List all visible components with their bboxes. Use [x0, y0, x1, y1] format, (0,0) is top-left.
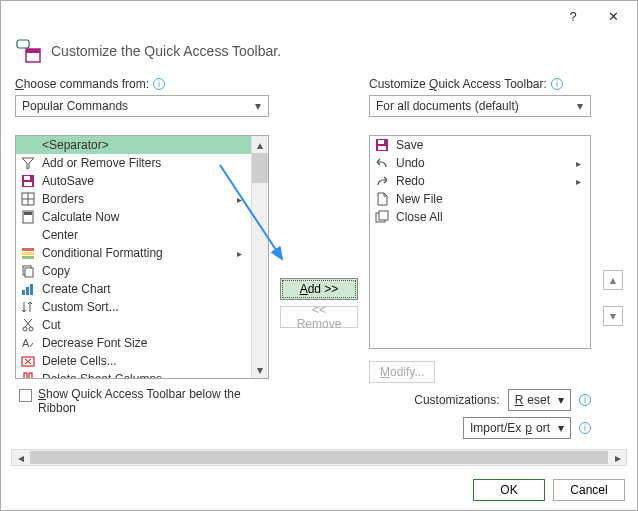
svg-rect-11 [22, 248, 34, 251]
list-item[interactable]: Calculate Now [16, 208, 251, 226]
list-item-label: Borders [42, 192, 231, 206]
list-item-label: New File [396, 192, 586, 206]
info-icon[interactable]: i [579, 422, 591, 434]
borders-icon [20, 191, 36, 207]
customize-qat-label: Customize Quick Access Toolbar: i [369, 77, 591, 91]
customize-qat-combo[interactable]: For all documents (default) ▾ [369, 95, 591, 117]
font-icon: A [20, 335, 36, 351]
cut-icon [20, 317, 36, 333]
svg-rect-23 [24, 373, 27, 378]
list-item-label: <Separator> [42, 138, 247, 152]
commands-listbox[interactable]: <Separator>Add or Remove FiltersAutoSave… [15, 135, 269, 379]
list-item[interactable]: Save [370, 136, 590, 154]
scrollbar-vertical[interactable]: ▴ ▾ [251, 136, 268, 378]
checkbox-box[interactable] [19, 389, 32, 402]
svg-rect-10 [24, 212, 32, 215]
svg-rect-12 [22, 252, 34, 255]
list-item[interactable]: <Separator> [16, 136, 251, 154]
list-item-label: Center [42, 228, 247, 242]
scrollbar-horizontal[interactable]: ◂ ▸ [11, 449, 627, 466]
choose-commands-combo[interactable]: Popular Commands ▾ [15, 95, 269, 117]
remove-button: << Remove [280, 306, 358, 328]
copy-icon [20, 263, 36, 279]
header-title: Customize the Quick Access Toolbar. [51, 43, 281, 59]
list-item[interactable]: Redo▸ [370, 172, 590, 190]
scroll-thumb[interactable] [30, 451, 608, 464]
svg-rect-5 [24, 182, 32, 186]
list-item[interactable]: ADecrease Font Size [16, 334, 251, 352]
svg-rect-0 [17, 40, 29, 48]
list-item[interactable]: Cut [16, 316, 251, 334]
save-icon [20, 173, 36, 189]
list-item-label: Calculate Now [42, 210, 247, 224]
scroll-thumb[interactable] [252, 153, 268, 183]
move-down-button[interactable]: ▾ [603, 306, 623, 326]
svg-rect-18 [30, 284, 33, 295]
svg-rect-26 [378, 140, 384, 144]
cancel-button[interactable]: Cancel [553, 479, 625, 501]
list-item[interactable]: Conditional Formatting▸ [16, 244, 251, 262]
list-item[interactable]: AutoSave [16, 172, 251, 190]
add-button[interactable]: Add >> [280, 278, 358, 300]
save-icon [374, 137, 390, 153]
svg-rect-27 [378, 146, 386, 150]
svg-rect-15 [25, 268, 33, 277]
list-item[interactable]: Borders▸ [16, 190, 251, 208]
close-button[interactable]: ✕ [593, 3, 633, 29]
list-item-label: Decrease Font Size [42, 336, 247, 350]
list-item-label: Conditional Formatting [42, 246, 231, 260]
info-icon[interactable]: i [579, 394, 591, 406]
scroll-left-icon[interactable]: ◂ [12, 450, 29, 465]
ok-button[interactable]: OK [473, 479, 545, 501]
list-item-label: Close All [396, 210, 586, 224]
help-button[interactable]: ? [553, 3, 593, 29]
dialog: ? ✕ Customize the Quick Access Toolbar. … [0, 0, 638, 511]
svg-point-20 [29, 327, 33, 331]
delcells-icon [20, 353, 36, 369]
chevron-down-icon: ▾ [572, 98, 588, 114]
svg-rect-29 [379, 211, 388, 220]
scroll-right-icon[interactable]: ▸ [609, 450, 626, 465]
list-item-label: Custom Sort... [42, 300, 247, 314]
calc-icon [20, 209, 36, 225]
list-item[interactable]: Add or Remove Filters [16, 154, 251, 172]
submenu-chevron-icon: ▸ [576, 176, 586, 187]
chevron-down-icon: ▾ [250, 98, 266, 114]
info-icon[interactable]: i [153, 78, 165, 90]
list-item-label: Create Chart [42, 282, 247, 296]
list-item[interactable]: Undo▸ [370, 154, 590, 172]
list-item[interactable]: Custom Sort... [16, 298, 251, 316]
svg-point-19 [23, 327, 27, 331]
blank-icon [20, 227, 36, 243]
qat-icon [15, 37, 43, 65]
list-item[interactable]: Delete Sheet Columns [16, 370, 251, 378]
scroll-up-icon[interactable]: ▴ [252, 136, 268, 153]
checkbox-label: Show Quick Access Toolbar below the Ribb… [38, 387, 251, 415]
scroll-down-icon[interactable]: ▾ [252, 361, 268, 378]
list-item[interactable]: Create Chart [16, 280, 251, 298]
customizations-label: Customizations: [414, 393, 499, 407]
list-item-label: Add or Remove Filters [42, 156, 247, 170]
list-item[interactable]: Close All [370, 208, 590, 226]
qat-listbox[interactable]: SaveUndo▸Redo▸New FileClose All [369, 135, 591, 349]
chart-icon [20, 281, 36, 297]
show-below-ribbon-checkbox[interactable]: Show Quick Access Toolbar below the Ribb… [15, 379, 255, 423]
svg-rect-17 [26, 287, 29, 295]
svg-rect-4 [24, 176, 30, 180]
list-item[interactable]: Copy [16, 262, 251, 280]
reset-button[interactable]: Reset▾ [508, 389, 571, 411]
delcols-icon [20, 371, 36, 378]
list-item[interactable]: Delete Cells... [16, 352, 251, 370]
redo-icon [374, 173, 390, 189]
import-export-button[interactable]: Import/Export▾ [463, 417, 571, 439]
undo-icon [374, 155, 390, 171]
info-icon[interactable]: i [551, 78, 563, 90]
modify-button: Modify... [369, 361, 435, 383]
submenu-chevron-icon: ▸ [237, 248, 247, 259]
move-up-button[interactable]: ▴ [603, 270, 623, 290]
list-item[interactable]: Center [16, 226, 251, 244]
list-item-label: Redo [396, 174, 570, 188]
list-item[interactable]: New File [370, 190, 590, 208]
sort-icon [20, 299, 36, 315]
submenu-chevron-icon: ▸ [576, 158, 586, 169]
